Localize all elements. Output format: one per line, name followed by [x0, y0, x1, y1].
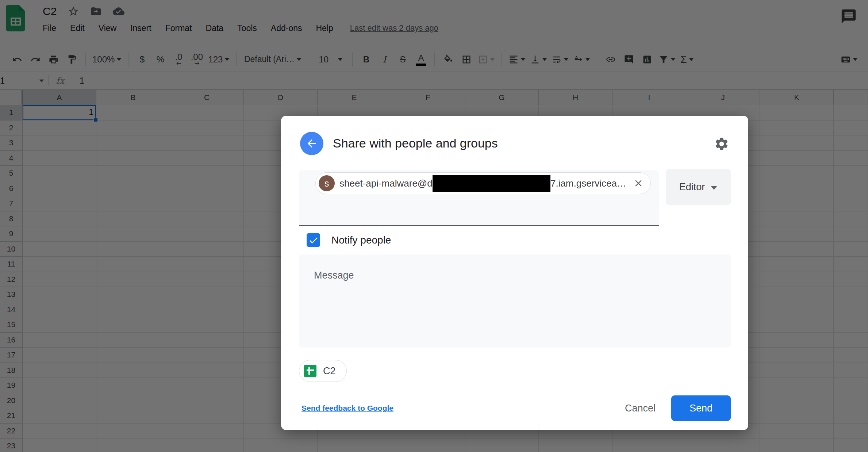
send-feedback-link[interactable]: Send feedback to Google [302, 404, 393, 413]
message-input[interactable] [299, 254, 731, 348]
recipient-chip[interactable]: s sheet-api-malware@d 7.iam.gservicea… [315, 172, 651, 194]
message-field [299, 254, 731, 348]
recipients-input[interactable]: s sheet-api-malware@d 7.iam.gservicea… [299, 170, 659, 226]
recipient-email-suffix: 7.iam.gservicea… [550, 178, 626, 189]
back-arrow-icon [306, 137, 318, 150]
recipient-email-prefix: sheet-api-malware@d [339, 178, 433, 189]
share-dialog: Share with people and groups s sheet-api… [281, 116, 748, 430]
send-button[interactable]: Send [671, 395, 731, 421]
gear-icon[interactable] [714, 136, 729, 152]
file-chip[interactable]: C2 [299, 360, 347, 382]
checkmark-icon [308, 235, 319, 246]
close-icon[interactable] [633, 178, 644, 189]
notify-label: Notify people [331, 234, 391, 246]
notify-row: Notify people [307, 233, 391, 247]
dialog-title: Share with people and groups [333, 136, 498, 150]
redaction-bar [433, 175, 550, 192]
notify-checkbox[interactable] [307, 233, 320, 247]
role-selector-value: Editor [679, 181, 705, 193]
sheets-file-icon [304, 365, 316, 377]
file-chip-label: C2 [323, 365, 336, 377]
chevron-down-icon [711, 186, 717, 190]
role-selector[interactable]: Editor [666, 169, 731, 205]
back-button[interactable] [300, 132, 323, 155]
avatar: s [319, 175, 335, 191]
cancel-button[interactable]: Cancel [617, 395, 664, 421]
